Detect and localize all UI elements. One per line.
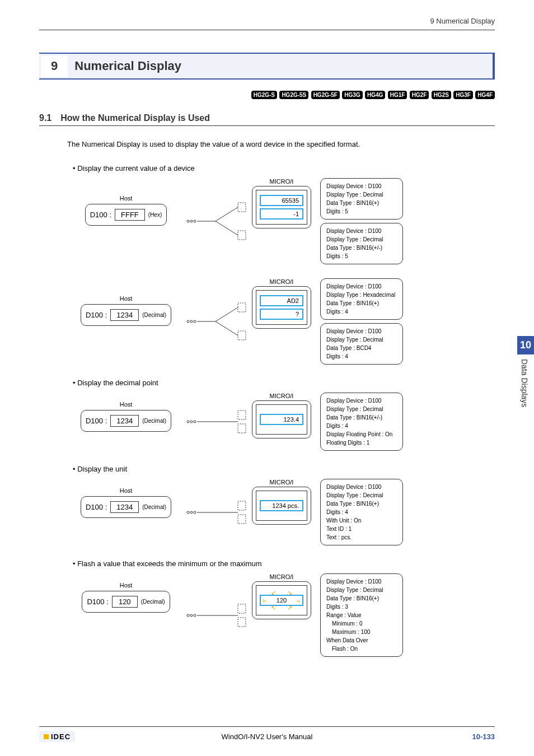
config-box: Display Device : D100 Display Type : Dec…	[320, 573, 403, 657]
badge: HG4G	[365, 91, 385, 99]
host-value: 120	[112, 596, 138, 608]
side-tab-number: 10	[517, 336, 534, 354]
host-box: D100 : 1234 (Decimal)	[81, 410, 171, 432]
badge: HG1F	[388, 91, 407, 99]
svg-rect-23	[238, 515, 246, 524]
device-label: D100 :	[87, 598, 108, 606]
page-header-right: 9 Numerical Display	[39, 17, 495, 25]
micro-label: MICRO/I	[252, 573, 311, 580]
diagram-current-value-decimal: Host D100 : 1234 (Decimal) MICRO/I AD2 ?	[73, 278, 495, 365]
svg-rect-29	[238, 618, 246, 627]
host-label: Host	[73, 401, 179, 408]
badge: HG2S	[432, 91, 451, 99]
svg-point-26	[194, 614, 196, 617]
micro-screen: 1234 pcs.	[256, 491, 307, 521]
badge: HG3G	[342, 91, 362, 99]
micro-screen: 123.4	[256, 404, 307, 435]
display-value-flash: ▹ 120 ◃ ↙ ↘ ↖ ↗	[260, 595, 303, 606]
host-box: D100 : FFFF (Hex)	[85, 204, 167, 226]
config-box: Display Device : D100 Display Type : Dec…	[320, 223, 403, 264]
config-box: Display Device : D100 Display Type : Dec…	[320, 393, 403, 451]
display-value: 123.4	[260, 414, 303, 425]
host-label: Host	[73, 195, 179, 202]
config-box: Display Device : D100 Display Type : Dec…	[320, 178, 403, 220]
connection-wires-icon	[185, 493, 246, 532]
diagram-unit: Host D100 : 1234 (Decimal) MICRO/I 1234 …	[73, 479, 495, 545]
host-format: (Decimal)	[142, 504, 166, 510]
host-value: 1234	[110, 415, 139, 427]
micro-label: MICRO/I	[252, 278, 311, 285]
display-value: ?	[260, 309, 303, 320]
host-box: D100 : 120 (Decimal)	[82, 591, 170, 613]
diagram-decimal-point: Host D100 : 1234 (Decimal) MICRO/I 123.4	[73, 393, 495, 451]
micro-unit: AD2 ?	[252, 286, 311, 329]
config-box: Display Device : D100 Display Type : Dec…	[320, 479, 403, 545]
badge: HG2G-5S	[279, 91, 308, 99]
svg-point-7	[190, 320, 193, 323]
badge: HG2G-5F	[311, 91, 340, 99]
device-label: D100 :	[90, 211, 111, 219]
connection-wires-icon	[185, 196, 246, 246]
page-footer: IDEC WindO/I-NV2 User's Manual 10-133	[39, 726, 495, 742]
display-value: AD2	[260, 295, 303, 306]
side-tab-text: Data Displays	[517, 354, 532, 412]
product-badges: HG2G-S HG2G-5S HG2G-5F HG3G HG4G HG1F HG…	[39, 91, 495, 99]
host-label: Host	[73, 295, 179, 302]
chapter-number: 9	[41, 55, 68, 77]
flash-mark-icon: ↗	[287, 604, 292, 612]
svg-point-19	[190, 511, 193, 514]
svg-point-24	[187, 614, 189, 617]
flash-mark-icon: ↘	[287, 589, 292, 596]
device-label: D100 :	[86, 311, 107, 319]
logo-text: IDEC	[51, 732, 71, 741]
svg-point-20	[194, 511, 196, 514]
micro-screen: AD2 ?	[256, 290, 307, 325]
svg-point-14	[194, 421, 196, 423]
diagram-flash-overflow: Host D100 : 120 (Decimal) MICRO/I ▹ 120	[73, 573, 495, 657]
svg-point-18	[187, 511, 189, 514]
micro-screen: ▹ 120 ◃ ↙ ↘ ↖ ↗	[256, 585, 307, 615]
micro-unit: ▹ 120 ◃ ↙ ↘ ↖ ↗	[252, 581, 311, 619]
display-value: -1	[260, 208, 303, 220]
svg-point-6	[187, 320, 189, 323]
logo-square-icon	[44, 734, 49, 739]
flash-mark-icon: ▹	[263, 597, 266, 604]
display-value: 65535	[260, 195, 303, 206]
flash-mark-icon: ↙	[271, 589, 276, 596]
badge: HG2G-S	[251, 91, 277, 99]
diagram-current-value-hex: Host D100 : FFFF (Hex) MICRO/I 65535 -1	[73, 178, 495, 264]
svg-point-1	[190, 220, 193, 222]
svg-rect-5	[238, 231, 246, 240]
section-title: How the Numerical Display is Used	[60, 113, 210, 123]
micro-screen: 65535 -1	[256, 190, 307, 225]
host-box: D100 : 1234 (Decimal)	[81, 496, 171, 518]
bullet-unit: • Display the unit	[73, 465, 495, 473]
svg-rect-11	[238, 331, 246, 340]
logo: IDEC	[39, 731, 75, 742]
svg-rect-4	[238, 203, 246, 212]
micro-label: MICRO/I	[252, 479, 311, 486]
svg-rect-22	[238, 501, 246, 510]
badge: HG2F	[410, 91, 429, 99]
footer-page: 10-133	[472, 732, 495, 741]
host-format: (Decimal)	[142, 418, 166, 424]
bullet-flash-overflow: • Flash a value that exceeds the minimum…	[73, 559, 495, 568]
host-label: Host	[73, 582, 179, 589]
connection-wires-icon	[185, 402, 246, 441]
device-label: D100 :	[86, 417, 107, 425]
host-box: D100 : 1234 (Decimal)	[81, 304, 171, 326]
svg-point-25	[190, 614, 193, 617]
flash-mark-icon: ↖	[271, 604, 276, 612]
chapter-title: Numerical Display	[68, 59, 181, 73]
flash-mark-icon: ◃	[297, 597, 300, 604]
connection-wires-icon	[185, 296, 246, 347]
micro-unit: 123.4	[252, 400, 311, 438]
host-value: 1234	[110, 501, 139, 513]
config-box: Display Device : D100 Display Type : Dec…	[320, 323, 403, 365]
header-rule	[39, 30, 495, 30]
host-format: (Decimal)	[142, 312, 166, 318]
host-value: FFFF	[115, 209, 145, 221]
svg-rect-16	[238, 410, 246, 419]
svg-point-0	[187, 220, 189, 222]
footer-title: WindO/I-NV2 User's Manual	[222, 732, 313, 741]
